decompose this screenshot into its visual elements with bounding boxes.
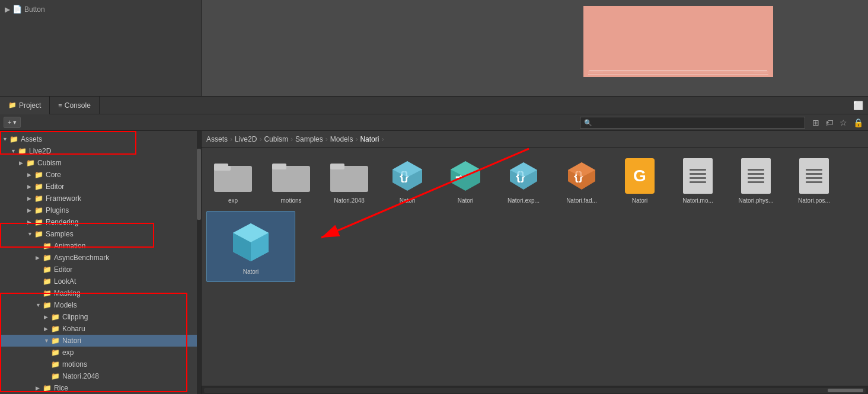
- clipping-folder-icon: 📁: [51, 313, 60, 321]
- file-item-natori-g[interactable]: G Natori: [613, 152, 666, 206]
- tag-icon[interactable]: 🏷: [824, 117, 835, 129]
- sidebar-item-rice[interactable]: ▶ 📁 Rice: [0, 382, 201, 394]
- natori-3d-label: Natori: [243, 268, 259, 275]
- sidebar-item-clipping[interactable]: ▶ 📁 Clipping: [0, 311, 201, 323]
- file-item-natori-cdi[interactable]: ⇌ Natori: [439, 152, 492, 206]
- sidebar-item-assets[interactable]: ▼ 📁 Assets: [0, 133, 201, 145]
- plugins-label: Plugins: [46, 206, 69, 214]
- breadcrumb-live2d[interactable]: Live2D: [235, 135, 257, 143]
- models-arrow: ▼: [36, 302, 43, 308]
- doc-line: [748, 169, 764, 171]
- preview-image: ——— ———: [583, 6, 773, 77]
- breadcrumb-sep-6: ›: [381, 135, 384, 143]
- cubism-arrow: ▶: [19, 160, 26, 166]
- svg-rect-3: [272, 166, 310, 192]
- rendering-arrow: ▶: [27, 219, 34, 225]
- sidebar-item-rendering[interactable]: ▶ 📁 Rendering: [0, 216, 201, 228]
- framework-arrow: ▶: [27, 196, 34, 201]
- breadcrumb-models[interactable]: Models: [330, 135, 353, 143]
- doc-line: [690, 169, 706, 171]
- search-input[interactable]: [580, 117, 805, 129]
- sidebar-item-koharu[interactable]: ▶ 📁 Koharu: [0, 323, 201, 335]
- main-content: ▼ 📁 Assets ▼ 📁 Live2D ▶ 📁 Cubism ▶ 📁 Cor…: [0, 131, 868, 394]
- exp-folder-icon: 📁: [51, 348, 60, 357]
- sidebar-item-plugins[interactable]: ▶ 📁 Plugins: [0, 204, 201, 216]
- framework-folder-icon: 📁: [34, 194, 44, 203]
- file-item-motions[interactable]: motions: [264, 152, 318, 206]
- bottom-scrollbar[interactable]: [202, 386, 868, 394]
- natori-exp-label: Natori.exp...: [508, 197, 540, 204]
- file-grid-container: exp motions: [202, 148, 868, 386]
- top-left-panel: ▶ 📄 Button: [0, 0, 202, 96]
- natori-pos-icon: [795, 157, 833, 195]
- top-right-panel: ——— ———: [202, 0, 868, 96]
- file-item-natori-pos[interactable]: Natori.pos...: [787, 152, 841, 206]
- natori-fad-icon: {}: [563, 157, 601, 195]
- file-item-natori-model3[interactable]: {} Natori: [381, 152, 434, 206]
- scrollbar-track: [204, 388, 866, 393]
- natori-cdi-label: Natori: [458, 197, 474, 204]
- file-item-natori2048[interactable]: Natori.2048: [323, 152, 376, 206]
- file-item-natori-mo[interactable]: Natori.mo...: [671, 152, 725, 206]
- samples-arrow: ▼: [27, 231, 34, 237]
- natori-cdi-icon: ⇌: [446, 157, 484, 195]
- breadcrumb-natori[interactable]: Natori: [360, 135, 379, 143]
- doc-line: [806, 169, 822, 171]
- natori-phys-icon: [737, 157, 775, 195]
- sidebar-item-editor2[interactable]: 📁 Editor: [0, 264, 201, 276]
- svg-rect-2: [214, 164, 228, 169]
- sidebar-item-masking[interactable]: 📁 Masking: [0, 287, 201, 299]
- sidebar-item-lookat[interactable]: 📁 LookAt: [0, 276, 201, 287]
- sidebar-scrollbar[interactable]: [197, 131, 201, 394]
- file-item-natori-3d[interactable]: Natori: [206, 211, 295, 282]
- tab-console[interactable]: ≡ Console: [50, 97, 99, 114]
- sidebar-item-models[interactable]: ▼ 📁 Models: [0, 299, 201, 311]
- natori2048-file-label: Natori.2048: [334, 197, 365, 204]
- sidebar-item-cubism[interactable]: ▶ 📁 Cubism: [0, 157, 201, 169]
- file-item-exp[interactable]: exp: [206, 152, 260, 206]
- doc-line: [748, 173, 764, 175]
- motions-folder-icon-grid: [272, 157, 310, 195]
- framework-label: Framework: [46, 194, 81, 203]
- editor-folder-icon: 📁: [34, 182, 44, 191]
- add-button[interactable]: + ▾: [4, 117, 21, 128]
- sidebar-item-editor[interactable]: ▶ 📁 Editor: [0, 181, 201, 193]
- toolbar-row: + ▾ ⊞ 🏷 ☆ 🔒: [0, 114, 868, 131]
- sidebar-item-asyncbenchmark[interactable]: ▶ 📁 AsyncBenchmark: [0, 252, 201, 264]
- sidebar-item-framework[interactable]: ▶ 📁 Framework: [0, 193, 201, 204]
- star-icon[interactable]: ☆: [838, 117, 848, 129]
- sidebar-item-motions[interactable]: 📁 motions: [0, 358, 201, 370]
- tab-project[interactable]: 📁 Project: [0, 97, 50, 114]
- breadcrumb-sep-4: ›: [326, 135, 328, 143]
- lock-icon[interactable]: 🔒: [852, 117, 864, 129]
- breadcrumb-assets[interactable]: Assets: [206, 135, 228, 143]
- rendering-folder-icon: 📁: [34, 218, 44, 226]
- assets-folder-icon: 📁: [9, 135, 19, 143]
- natori-g-label: Natori: [632, 197, 648, 204]
- file-item-natori-phys[interactable]: Natori.phys...: [729, 152, 783, 206]
- console-tab-icon: ≡: [58, 102, 62, 109]
- clipping-arrow: ▶: [44, 314, 51, 320]
- sidebar-item-animation[interactable]: 📁 Animation: [0, 240, 201, 252]
- sidebar-item-exp[interactable]: 📁 exp: [0, 347, 201, 358]
- file-item-natori-exp[interactable]: {} Natori.exp...: [497, 152, 550, 206]
- panel-resize-btn[interactable]: ⬜: [853, 101, 868, 110]
- sidebar-item-core[interactable]: ▶ 📁 Core: [0, 169, 201, 181]
- file-item-natori-fad[interactable]: {} Natori.fad...: [555, 152, 608, 206]
- doc-icon-phys: [741, 158, 771, 194]
- tabs-row: 📁 Project ≡ Console ⬜: [0, 97, 868, 114]
- cubism-folder-icon: 📁: [26, 159, 36, 167]
- breadcrumb-samples[interactable]: Samples: [295, 135, 323, 143]
- sidebar-item-natori[interactable]: ▼ 📁 Natori: [0, 335, 201, 347]
- assets-arrow: ▼: [2, 136, 9, 142]
- live2d-folder-icon: 📁: [18, 147, 27, 155]
- breadcrumb-cubism[interactable]: Cubism: [264, 135, 288, 143]
- sidebar-item-live2d[interactable]: ▼ 📁 Live2D: [0, 145, 201, 157]
- grid-view-icon[interactable]: ⊞: [811, 117, 821, 129]
- natori2048-folder-icon-grid: [330, 157, 368, 195]
- koharu-label: Koharu: [62, 325, 85, 333]
- sidebar-item-natori2048[interactable]: 📁 Natori.2048: [0, 370, 201, 382]
- motions-folder-icon: 📁: [51, 360, 60, 369]
- sidebar-item-samples[interactable]: ▼ 📁 Samples: [0, 228, 201, 240]
- button-tree-item[interactable]: ▶ 📄 Button: [5, 2, 196, 16]
